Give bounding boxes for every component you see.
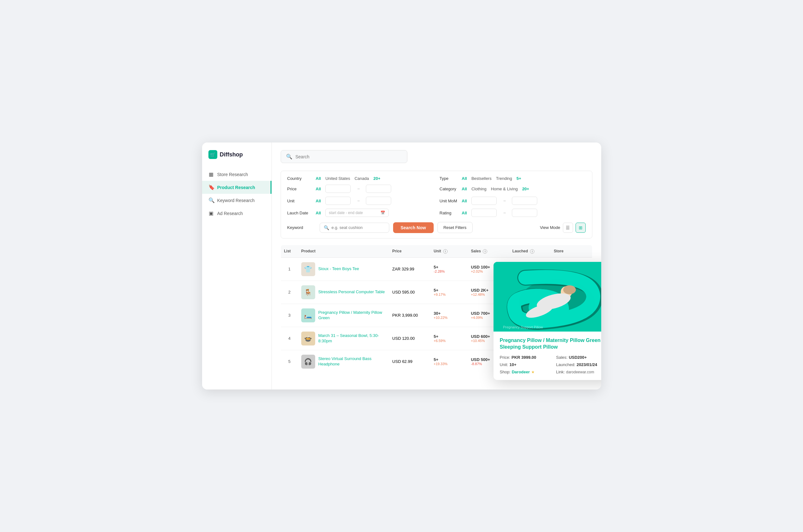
shop-star-icon: ★ — [531, 370, 535, 374]
filter-row-unit-mom: Unit All → Unit MoM All → — [287, 197, 586, 205]
popup-link-label: Link: — [556, 369, 565, 374]
price-min-input[interactable] — [325, 185, 351, 193]
type-label: Type — [440, 176, 462, 181]
popup-shop-label: Shop: — [500, 369, 511, 374]
sales-info-icon: i — [483, 249, 487, 254]
popup-launched-value: 2023/01/24 — [577, 362, 597, 367]
unit-mom-max-input[interactable] — [512, 197, 537, 205]
product-unit: 30+ +10.22% — [430, 304, 468, 327]
logo: 🛒 Diffshop — [202, 150, 272, 168]
sidebar-item-label: Keyword Research — [217, 198, 255, 203]
price-max-input[interactable] — [366, 185, 391, 193]
col-header-sales: Sales i — [468, 245, 509, 258]
popup-price-row: Price: PKR 3999.00 — [500, 355, 551, 360]
unit-max-input[interactable] — [366, 197, 391, 205]
product-research-icon: 🔖 — [208, 184, 214, 190]
category-more[interactable]: 20+ — [522, 187, 529, 191]
view-grid-button[interactable]: ⊞ — [576, 223, 586, 233]
product-price: PKR 3,999.00 — [389, 304, 430, 327]
launch-all[interactable]: All — [316, 211, 321, 215]
unit-mom-min-input[interactable] — [471, 197, 497, 205]
keyword-research-icon: 🔍 — [208, 197, 214, 203]
unit-min-input[interactable] — [325, 197, 351, 205]
popup-shop-row: Shop: Darodeer ★ — [500, 369, 551, 374]
unit-mom-label: Unit MoM — [440, 198, 462, 203]
product-name[interactable]: March 31 – Seasonal Bowl, 5:30-8:30pm — [318, 333, 386, 344]
price-label: Price — [287, 187, 316, 191]
product-price: USD 595.00 — [389, 281, 430, 304]
svg-point-5 — [563, 285, 576, 294]
popup-unit-label: Unit: — [500, 362, 508, 367]
col-header-store: Store — [550, 245, 592, 258]
view-list-button[interactable]: ☰ — [563, 223, 573, 233]
price-all[interactable]: All — [316, 187, 321, 191]
sidebar-item-store-research[interactable]: ▦ Store Research — [202, 168, 272, 181]
popup-link-value[interactable]: darodeewar.com — [566, 370, 594, 374]
type-all[interactable]: All — [462, 176, 467, 181]
rating-all[interactable]: All — [462, 211, 467, 215]
search-input[interactable] — [296, 154, 402, 159]
launch-date-input[interactable]: start date - end date 📅 — [325, 209, 389, 217]
sidebar-item-keyword-research[interactable]: 🔍 Keyword Research — [202, 194, 272, 207]
popup-price-label: Price: — [500, 355, 510, 360]
category-clothing[interactable]: Clothing — [471, 187, 487, 191]
unit-all[interactable]: All — [316, 198, 321, 203]
rating-max-input[interactable] — [512, 209, 537, 217]
col-header-product: Product — [298, 245, 389, 258]
filter-row-country-type: Country All United States Canada 20+ Typ… — [287, 176, 586, 181]
col-header-price: Price — [389, 245, 430, 258]
unit-mom-all[interactable]: All — [462, 198, 467, 203]
grid-view-icon: ⊞ — [579, 225, 582, 230]
product-name[interactable]: Stressless Personal Computer Table — [318, 289, 385, 295]
launch-label: Lauch Date — [287, 211, 316, 215]
rating-arrow: → — [502, 211, 506, 215]
keyword-input[interactable] — [332, 225, 385, 230]
rating-min-input[interactable] — [471, 209, 497, 217]
product-thumb: 🎧 — [301, 355, 315, 368]
product-unit: 5+ +19.33% — [430, 350, 468, 373]
rating-label: Rating — [440, 211, 462, 215]
type-trending[interactable]: Trending — [496, 176, 512, 181]
popup-sales-value: USD200+ — [569, 355, 587, 360]
search-now-button[interactable]: Search Now — [393, 222, 434, 233]
category-options: All Clothing Home & Living 20+ — [462, 187, 586, 191]
ad-research-icon: ▣ — [208, 210, 214, 216]
popup-shop-value[interactable]: Darodeer — [511, 369, 530, 374]
product-thumb: 🪑 — [301, 285, 315, 299]
sidebar-item-label: Ad Research — [217, 211, 243, 216]
country-all[interactable]: All — [316, 176, 321, 181]
product-price: ZAR 329.99 — [389, 258, 430, 281]
popup-content: Pregnancy Pillow / Maternity Pillow Gree… — [493, 331, 601, 380]
search-icon: 🔍 — [286, 154, 292, 159]
category-all[interactable]: All — [462, 187, 467, 191]
filter-row-date-rating: Lauch Date All start date - end date 📅 R… — [287, 209, 586, 217]
popup-launched-label: Launched: — [556, 362, 576, 367]
sidebar-item-product-research[interactable]: 🔖 Product Research — [202, 181, 272, 194]
country-more[interactable]: 20+ — [373, 176, 380, 181]
col-header-list: List — [281, 245, 298, 258]
country-canada[interactable]: Canada — [354, 176, 369, 181]
reset-filters-button[interactable]: Reset Filters — [437, 222, 473, 233]
product-name[interactable]: Sioux - Teen Boys Tee — [318, 266, 359, 272]
category-home[interactable]: Home & Living — [491, 187, 518, 191]
country-label: Country — [287, 176, 316, 181]
svg-text:Pregnancy Support Pillow: Pregnancy Support Pillow — [503, 325, 543, 329]
keyword-input-wrap: 🔍 — [320, 223, 389, 233]
type-bestsellers[interactable]: Bestsellers — [471, 176, 492, 181]
unit-arrow: → — [356, 198, 360, 203]
popup-unit-value: 10+ — [509, 362, 516, 367]
product-cell: 🛏️ Pregnancy Pillow / Maternity Pillow G… — [298, 304, 389, 327]
product-name[interactable]: Stereo Virtual Surround Bass Headphone — [318, 356, 386, 367]
type-more[interactable]: 5+ — [517, 176, 521, 181]
launch-date-placeholder: start date - end date — [329, 211, 363, 215]
country-options: All United States Canada 20+ — [316, 176, 440, 181]
view-mode-label: View Mode — [540, 225, 560, 230]
table-header: List Product Price Unit i Sales i Lauche… — [281, 245, 592, 258]
sidebar-item-ad-research[interactable]: ▣ Ad Research — [202, 207, 272, 220]
top-search-bar[interactable]: 🔍 — [281, 150, 407, 163]
country-us[interactable]: United States — [325, 176, 350, 181]
product-cell: 👕 Sioux - Teen Boys Tee — [298, 258, 389, 281]
filters-section: Country All United States Canada 20+ Typ… — [281, 171, 592, 239]
product-name[interactable]: Pregnancy Pillow / Maternity Pillow Gree… — [318, 310, 386, 321]
unit-mom-options: All → — [462, 197, 586, 205]
